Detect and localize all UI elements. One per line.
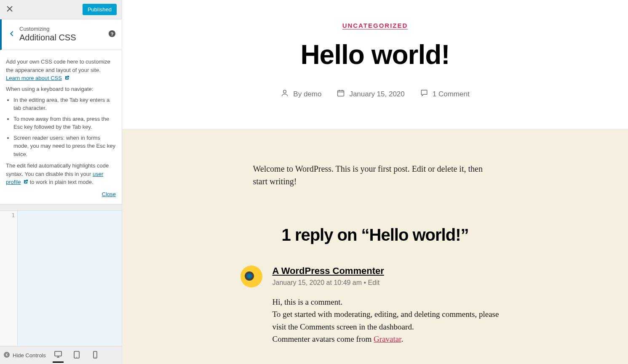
help-keyboard-intro: When using a keyboard to navigate: [6, 85, 116, 93]
comment-line: To get started with moderating, editing,… [273, 310, 499, 331]
help-intro: Add your own CSS code here to customize … [6, 58, 110, 73]
comment-avatar [241, 266, 262, 287]
gravatar-link[interactable]: Gravatar [374, 335, 401, 343]
editor-gutter: 1 [0, 211, 18, 345]
svg-point-5 [76, 357, 77, 358]
post-meta: By demo January 15, 2020 1 Comment [139, 89, 611, 99]
by-prefix: By [293, 90, 304, 98]
post-content: Welcome to WordPress. This is your first… [253, 162, 497, 188]
comment-icon [420, 89, 428, 99]
comment-text: Hi, this is a comment. To get started wi… [273, 296, 510, 345]
learn-more-link[interactable]: Learn more about CSS [6, 75, 62, 81]
customizer-sidebar: Published Customizing Additional CSS ? [0, 0, 122, 364]
post-author: By demo [281, 89, 321, 99]
svg-text:?: ? [110, 31, 113, 37]
help-syntax-b: to work in plain text mode. [28, 179, 94, 185]
close-icon [6, 5, 13, 13]
external-link-icon [23, 178, 28, 187]
publish-button[interactable]: Published [83, 4, 117, 15]
comments-heading: 1 reply on “Hello world!” [122, 226, 628, 244]
device-tablet-button[interactable] [71, 348, 82, 363]
post-date-text: January 15, 2020 [349, 90, 404, 98]
comment-line: Hi, this is a comment. [273, 298, 343, 306]
help-tip: In the editing area, the Tab key enters … [13, 96, 116, 112]
post-body-wrap: Welcome to WordPress. This is your first… [122, 129, 628, 364]
comment: A WordPress Commenter January 15, 2020 a… [241, 266, 510, 345]
device-switcher [53, 348, 101, 363]
desktop-icon [54, 350, 62, 360]
svg-rect-9 [338, 90, 344, 96]
css-editor-textarea[interactable] [18, 211, 122, 345]
device-mobile-button[interactable] [90, 348, 101, 363]
collapse-icon [3, 351, 10, 359]
back-button[interactable] [4, 24, 19, 45]
close-customizer-button[interactable] [0, 0, 19, 19]
help-panel: Add your own CSS code here to customize … [0, 50, 122, 205]
post-date: January 15, 2020 [337, 89, 404, 99]
svg-point-2 [4, 352, 10, 358]
post-header: UNCATEGORIZED Hello world! By demo Janua… [122, 0, 628, 129]
help-close-link[interactable]: Close [102, 191, 116, 197]
mobile-icon [91, 351, 99, 360]
editor-line-number: 1 [0, 213, 15, 218]
comment-author-link[interactable]: A WordPress Commenter [273, 266, 384, 276]
help-tip: To move away from this area, press the E… [13, 115, 116, 131]
help-icon: ? [108, 32, 116, 39]
section-title: Additional CSS [19, 33, 108, 43]
post-comments-link[interactable]: 1 Comment [420, 89, 470, 99]
calendar-icon [337, 89, 345, 99]
help-toggle-button[interactable]: ? [108, 30, 117, 38]
customizer-topbar: Published [0, 0, 122, 19]
svg-point-8 [283, 90, 286, 93]
external-link-icon [64, 74, 69, 83]
sidebar-scroll[interactable]: Published Customizing Additional CSS ? [0, 0, 122, 346]
tablet-icon [72, 351, 81, 360]
person-icon [281, 89, 289, 99]
comment-meta[interactable]: January 15, 2020 at 10:49 am • Edit [273, 279, 510, 287]
section-header: Customizing Additional CSS ? [0, 19, 122, 50]
section-subtitle: Customizing [19, 26, 108, 32]
post-title: Hello world! [139, 39, 611, 70]
device-desktop-button[interactable] [53, 348, 64, 363]
comment-line: Commenter avatars come from [273, 335, 374, 343]
customizer-footer: Hide Controls [0, 346, 122, 364]
post-comments-text: 1 Comment [433, 90, 470, 98]
svg-point-7 [95, 357, 96, 358]
author-name[interactable]: demo [304, 90, 322, 98]
comment-line: . [401, 335, 404, 343]
help-tip: Screen reader users: when in forms mode,… [13, 134, 116, 159]
hide-controls-button[interactable]: Hide Controls [3, 351, 46, 359]
help-tips-list: In the editing area, the Tab key enters … [13, 96, 116, 159]
post-category-link[interactable]: UNCATEGORIZED [342, 22, 408, 29]
hide-controls-label: Hide Controls [13, 352, 46, 359]
chevron-left-icon [8, 30, 16, 39]
site-preview[interactable]: UNCATEGORIZED Hello world! By demo Janua… [122, 0, 628, 364]
svg-rect-3 [55, 351, 61, 356]
css-editor: 1 [0, 210, 122, 345]
